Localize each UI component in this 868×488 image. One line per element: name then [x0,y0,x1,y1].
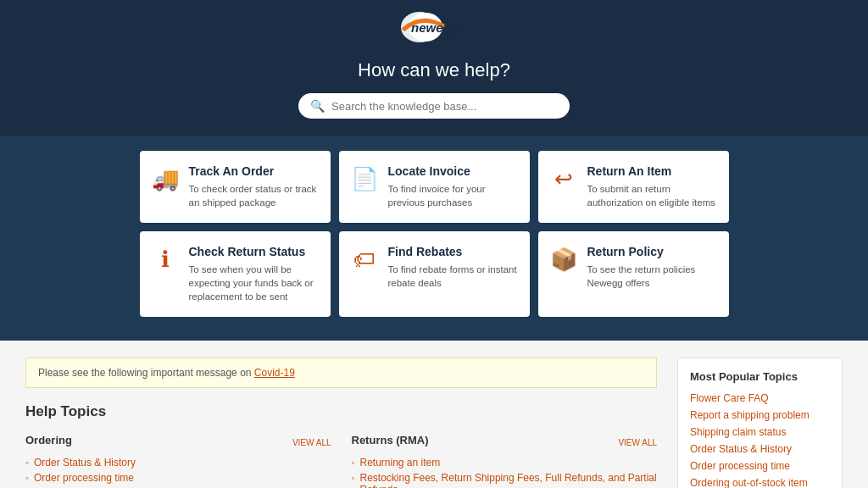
left-column: Please see the following important messa… [25,358,677,488]
list-item: Restocking Fees, Return Shipping Fees, F… [352,472,658,488]
card-check-return[interactable]: ℹ Check Return Status To see when you wi… [140,231,331,317]
card-title-check-return: Check Return Status [189,245,319,258]
svg-text:newegg: newegg [411,20,459,35]
main-content: Please see the following important messa… [0,341,868,488]
page-title: How can we help? [0,59,868,81]
list-item: Order Status & History [690,442,830,455]
section-header-returns: Returns (RMA)VIEW ALL [352,434,658,452]
popular-link[interactable]: Ordering out-of-stock item [690,477,808,488]
card-icon-return-policy: 📦 [550,247,577,273]
card-desc-find-rebates: To find rebate forms or instant rebate d… [388,263,518,290]
card-desc-locate-invoice: To find invoice for your previous purcha… [388,182,518,209]
logo-area: newegg [0,10,868,44]
card-return-policy[interactable]: 📦 Return Policy To see the return polici… [538,231,729,317]
cards-container: 🚚 Track An Order To check order status o… [112,151,756,317]
card-icon-check-return: ℹ [152,247,179,273]
topic-section-returns: Returns (RMA)VIEW ALLReturning an itemRe… [352,434,658,488]
list-item: Returning an item [352,457,658,469]
section-title-ordering: Ordering [25,434,72,446]
list-item: Shipping claim status [690,425,830,438]
card-title-locate-invoice: Locate Invoice [388,164,518,178]
popular-link[interactable]: Order processing time [690,460,790,472]
card-title-find-rebates: Find Rebates [388,245,518,258]
card-content-locate-invoice: Locate Invoice To find invoice for your … [388,164,518,209]
topic-links-returns: Returning an itemRestocking Fees, Return… [352,457,658,488]
card-find-rebates[interactable]: 🏷 Find Rebates To find rebate forms or i… [339,231,530,317]
list-item: Ordering out-of-stock item [690,476,830,488]
search-bar: 🔍 [298,93,570,119]
topics-grid: OrderingVIEW ALLOrder Status & HistoryOr… [25,434,657,488]
covid-link[interactable]: Covid-19 [254,367,295,379]
newegg-logo[interactable]: newegg [396,10,472,44]
card-icon-track-order: 🚚 [152,166,179,192]
popular-link[interactable]: Order Status & History [690,443,792,455]
view-all-returns[interactable]: VIEW ALL [618,438,657,447]
popular-link[interactable]: Flower Care FAQ [690,392,769,404]
cards-section: 🚚 Track An Order To check order status o… [0,136,868,341]
card-icon-locate-invoice: 📄 [351,166,378,192]
list-item: Order Status & History [25,457,331,469]
card-content-return-item: Return An Item To submit an return autho… [587,164,717,209]
notice-banner: Please see the following important messa… [25,358,657,388]
card-title-track-order: Track An Order [189,164,319,178]
card-content-find-rebates: Find Rebates To find rebate forms or ins… [388,245,518,290]
topic-links-ordering: Order Status & HistoryOrder processing t… [25,457,331,488]
card-content-check-return: Check Return Status To see when you will… [189,245,319,303]
card-track-order[interactable]: 🚚 Track An Order To check order status o… [140,151,331,223]
card-content-track-order: Track An Order To check order status or … [189,164,319,209]
popular-title: Most Popular Topics [690,370,830,383]
topic-section-ordering: OrderingVIEW ALLOrder Status & HistoryOr… [25,434,331,488]
card-desc-track-order: To check order status or track an shippe… [189,182,319,209]
view-all-ordering[interactable]: VIEW ALL [292,438,331,447]
card-desc-return-item: To submit an return authorization on eli… [587,182,717,209]
card-locate-invoice[interactable]: 📄 Locate Invoice To find invoice for you… [339,151,530,223]
card-desc-return-policy: To see the return policies Newegg offers [587,263,717,290]
list-item: Order processing time [690,459,830,472]
topic-link[interactable]: Returning an item [360,457,441,469]
list-item: Report a shipping problem [690,408,830,421]
card-icon-return-item: ↩ [550,166,577,192]
section-title-returns: Returns (RMA) [352,434,429,446]
topic-link[interactable]: Order processing time [34,472,134,484]
topic-link[interactable]: Restocking Fees, Return Shipping Fees, F… [360,472,657,488]
help-topics-title: Help Topics [25,403,657,420]
right-column: Most Popular Topics Flower Care FAQRepor… [677,358,843,488]
card-title-return-item: Return An Item [587,164,717,178]
card-title-return-policy: Return Policy [587,245,717,258]
topic-link[interactable]: Order Status & History [34,457,136,469]
popular-link[interactable]: Report a shipping problem [690,409,810,421]
popular-box: Most Popular Topics Flower Care FAQRepor… [677,358,843,488]
logo-svg: newegg [396,10,472,44]
card-icon-find-rebates: 🏷 [351,247,378,273]
search-icon: 🔍 [310,99,325,113]
section-header-ordering: OrderingVIEW ALL [25,434,331,452]
notice-text: Please see the following important messa… [38,367,251,379]
list-item: Flower Care FAQ [690,391,830,404]
card-return-item[interactable]: ↩ Return An Item To submit an return aut… [538,151,729,223]
card-content-return-policy: Return Policy To see the return policies… [587,245,717,290]
header: newegg How can we help? 🔍 [0,0,868,136]
search-input[interactable] [331,100,558,113]
card-desc-check-return: To see when you will be expecting your f… [189,263,319,303]
popular-links: Flower Care FAQReport a shipping problem… [690,391,830,488]
popular-link[interactable]: Shipping claim status [690,426,786,438]
list-item: Order processing time [25,472,331,484]
